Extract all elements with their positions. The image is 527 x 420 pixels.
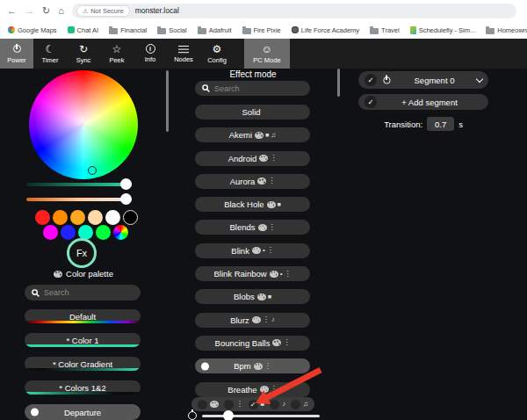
- bookmark-label: Chat AI: [77, 26, 99, 34]
- nav-button[interactable]: Nodes: [167, 39, 200, 69]
- bookmark-item[interactable]: Homeowner: [486, 26, 527, 34]
- nav-label: Info: [145, 55, 156, 63]
- brightness-slider[interactable]: [26, 178, 132, 190]
- scrollbar-thumb[interactable]: [166, 70, 169, 132]
- slider-knob[interactable]: [120, 178, 132, 190]
- transition-value-input[interactable]: 0.7: [427, 117, 454, 131]
- bookmark-item[interactable]: Chat AI: [68, 26, 99, 34]
- speed-slider[interactable]: [202, 415, 320, 417]
- effect-item[interactable]: Breathe ⋮: [195, 382, 310, 397]
- color-swatch[interactable]: [123, 210, 138, 225]
- palette-item[interactable]: Departure: [25, 404, 141, 420]
- palette-item[interactable]: * Color Gradient: [25, 357, 141, 371]
- color-swatch[interactable]: [96, 225, 111, 240]
- bookmark-item[interactable]: Life Force Academy: [292, 26, 359, 34]
- segment-row[interactable]: Segment 0: [358, 71, 488, 89]
- effect-search[interactable]: [195, 81, 310, 96]
- bookmark-item[interactable]: Social: [157, 26, 186, 34]
- filter-checkbox[interactable]: [291, 400, 300, 409]
- effect-flags: ⋮♪: [252, 316, 275, 323]
- effect-filter[interactable]: ✓ ■: [249, 400, 265, 409]
- color-swatch[interactable]: [35, 210, 50, 225]
- color-wheel-selector[interactable]: [88, 166, 97, 175]
- effect-item[interactable]: Black Hole ■: [195, 197, 310, 212]
- color-wheel[interactable]: [29, 70, 138, 179]
- nav-button[interactable]: Config: [200, 39, 234, 69]
- speed-icon: [188, 411, 197, 420]
- palette-item[interactable]: * Color 1: [25, 333, 141, 347]
- effect-flags: ⋮: [272, 339, 290, 346]
- slider-knob[interactable]: [120, 193, 132, 205]
- bookmark-item[interactable]: Financial: [109, 26, 147, 34]
- fx-button[interactable]: Fx: [67, 238, 97, 268]
- color-swatch[interactable]: [53, 210, 68, 225]
- effect-item[interactable]: Blink Rainbow •⋮: [195, 266, 310, 281]
- back-icon[interactable]: ←: [7, 6, 17, 16]
- nav-button[interactable]: Sync: [67, 39, 100, 69]
- nav-button[interactable]: Power: [0, 39, 33, 69]
- effect-item[interactable]: Solid: [195, 105, 310, 119]
- bookmark-item[interactable]: Fire Pixie: [242, 26, 281, 34]
- bookmark-item[interactable]: Google Maps: [8, 26, 57, 34]
- effect-filter[interactable]: ♪: [270, 400, 285, 409]
- effect-filter[interactable]: [198, 400, 219, 409]
- scrollbar-thumb[interactable]: [337, 69, 340, 97]
- bookmark-item[interactable]: Schedulefly - Sim...: [410, 26, 476, 34]
- home-icon[interactable]: ⌂: [58, 6, 64, 16]
- effect-item[interactable]: Blurz ⋮♪: [195, 313, 310, 328]
- effect-item[interactable]: Aurora ⋮: [195, 174, 310, 189]
- add-segment-button[interactable]: + Add segment: [358, 94, 488, 110]
- color-swatch[interactable]: [43, 225, 58, 240]
- effect-flags: ⋮: [260, 386, 278, 393]
- color-swatch[interactable]: [88, 210, 103, 225]
- color-swatch[interactable]: [113, 225, 128, 240]
- effect-item[interactable]: Bpm ⋮: [195, 358, 310, 373]
- effect-flags: ⋮: [259, 155, 277, 162]
- dots-flag-icon: ⋮: [270, 155, 277, 162]
- effect-filter[interactable]: ⋮: [224, 400, 243, 409]
- bookmarks-bar: Google Maps Chat AI Financial Social Ada…: [0, 21, 527, 39]
- palette-item-label: Departure: [64, 408, 101, 417]
- nav-button[interactable]: Timer: [33, 39, 67, 69]
- filter-checkbox[interactable]: [224, 400, 234, 409]
- address-bar[interactable]: ⚠ Not Secure monster.local: [72, 4, 516, 18]
- effect-filter[interactable]: ♫: [291, 400, 308, 409]
- palette-item[interactable]: Default: [25, 309, 141, 323]
- add-segment-checkbox[interactable]: [365, 96, 377, 108]
- effect-item[interactable]: Bouncing Balls ⋮: [195, 336, 310, 351]
- palette-search-input[interactable]: [44, 288, 134, 297]
- chevron-down-icon[interactable]: [476, 75, 483, 82]
- bookmark-item[interactable]: Travel: [370, 26, 400, 34]
- effect-item[interactable]: Blink •⋮: [195, 243, 310, 258]
- security-chip[interactable]: ⚠ Not Secure: [76, 5, 130, 17]
- filter-checkbox[interactable]: [198, 400, 207, 409]
- effect-item-label: Bpm: [234, 361, 251, 371]
- palette-icon: [54, 271, 62, 278]
- filter-checkbox[interactable]: [270, 400, 279, 409]
- palette-search[interactable]: [25, 285, 141, 301]
- effect-item[interactable]: Blends ⋮: [195, 220, 310, 235]
- segment-checkbox[interactable]: [365, 74, 377, 86]
- reload-icon[interactable]: ↻: [42, 6, 50, 16]
- nav-button[interactable]: Peek: [100, 39, 134, 69]
- filter-checkbox[interactable]: ✓: [249, 400, 258, 409]
- segment-power-icon[interactable]: [381, 75, 391, 84]
- speed-slider-knob[interactable]: [223, 410, 234, 420]
- palette-item[interactable]: * Colors 1&2: [25, 380, 141, 395]
- effect-item[interactable]: Blobs ■: [195, 289, 310, 304]
- nav-button[interactable]: PC Mode: [244, 39, 290, 69]
- white-slider[interactable]: [26, 193, 132, 205]
- color-swatch[interactable]: [70, 210, 85, 225]
- dots-flag-icon: ⋮: [268, 177, 275, 185]
- color-swatch[interactable]: [105, 210, 120, 225]
- swatch-row-1: [35, 210, 138, 225]
- forward-icon[interactable]: →: [25, 6, 34, 16]
- color-swatch[interactable]: [61, 225, 76, 240]
- effect-item[interactable]: Android ⋮: [195, 151, 310, 166]
- effect-flags: ⋮: [257, 177, 275, 185]
- nav-button[interactable]: Info: [134, 39, 167, 69]
- bookmark-item[interactable]: Adafruit: [198, 26, 232, 34]
- effect-search-input[interactable]: [214, 84, 303, 93]
- effect-item[interactable]: Akemi ■♫: [195, 127, 310, 142]
- url-text[interactable]: monster.local: [135, 6, 179, 15]
